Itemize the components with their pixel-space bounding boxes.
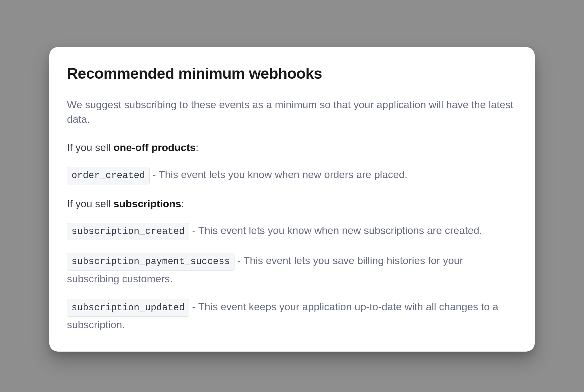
item-subscription-payment-success: subscription_payment_success - This even… (67, 253, 517, 287)
section-prefix: If you sell (67, 142, 113, 153)
code-subscription-created: subscription_created (67, 223, 189, 240)
section-prefix: If you sell (67, 198, 113, 209)
section-bold: one-off products (113, 142, 196, 153)
heading: Recommended minimum webhooks (67, 65, 517, 82)
code-subscription-updated: subscription_updated (67, 299, 189, 317)
section-suffix: : (181, 198, 184, 209)
item-subscription-updated: subscription_updated - This event keeps … (67, 299, 517, 333)
intro-text: We suggest subscribing to these events a… (67, 98, 517, 126)
code-subscription-payment-success: subscription_payment_success (67, 253, 235, 270)
code-order-created: order_created (67, 167, 150, 184)
item-order-created: order_created - This event lets you know… (67, 167, 517, 184)
section-oneoff-label: If you sell one-off products: (67, 140, 517, 155)
section-subscriptions-label: If you sell subscriptions: (67, 197, 517, 211)
section-bold: subscriptions (113, 198, 181, 209)
section-suffix: : (196, 142, 198, 153)
desc-subscription-created: - This event lets you know when new subs… (189, 225, 482, 236)
desc-order-created: - This event lets you know when new orde… (150, 169, 408, 180)
content-card: Recommended minimum webhooks We suggest … (49, 47, 535, 352)
item-subscription-created: subscription_created - This event lets y… (67, 222, 517, 240)
